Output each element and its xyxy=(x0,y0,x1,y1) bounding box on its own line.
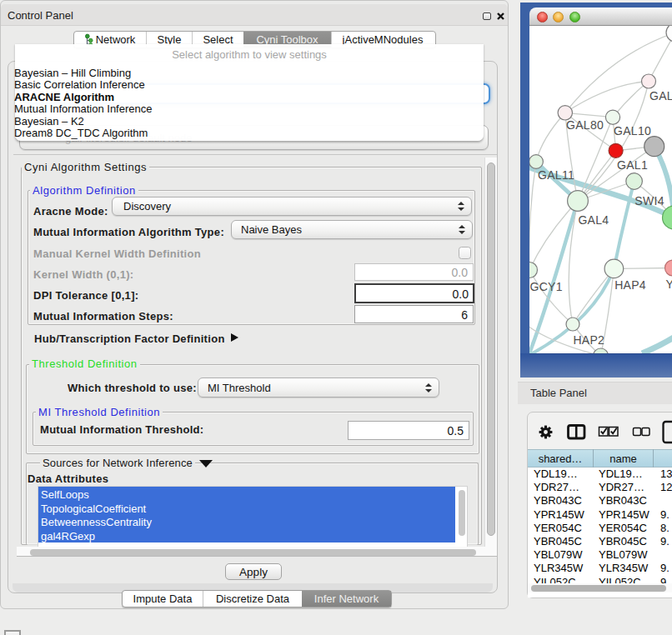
svg-text:GAL1: GAL1 xyxy=(617,158,648,172)
svg-text:GAL10: GAL10 xyxy=(614,124,651,138)
svg-text:HAP4: HAP4 xyxy=(614,278,646,292)
svg-text:Y: Y xyxy=(665,278,672,291)
svg-text:GAL80: GAL80 xyxy=(566,118,604,132)
svg-text:GAL2: GAL2 xyxy=(649,89,672,102)
svg-text:GAL4: GAL4 xyxy=(578,213,609,227)
svg-text:HAP2: HAP2 xyxy=(573,333,604,347)
svg-text:GCY1: GCY1 xyxy=(530,280,563,293)
svg-text:GAL11: GAL11 xyxy=(538,168,574,182)
svg-text:SWI4: SWI4 xyxy=(634,194,664,208)
